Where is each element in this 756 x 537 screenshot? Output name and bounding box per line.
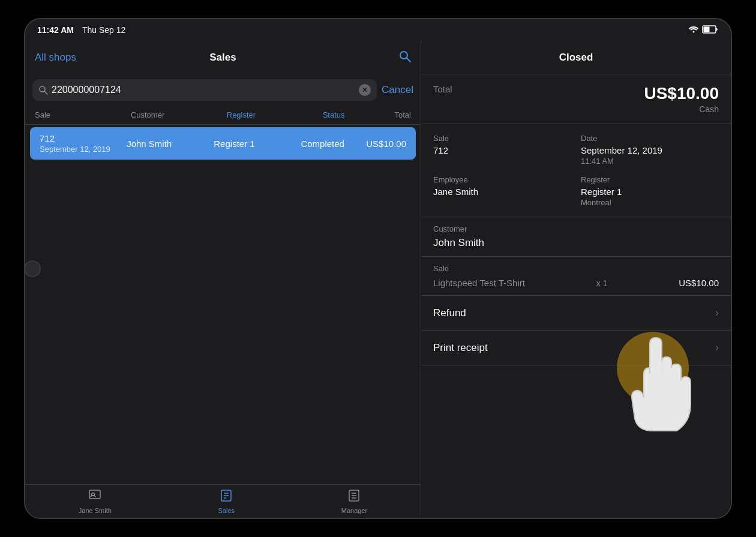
employee-key: Employee	[433, 175, 571, 184]
search-input-wrapper: ✕	[32, 79, 377, 101]
status-bar: 11:42 AM Thu Sep 12	[25, 19, 731, 41]
left-panel: All shops Sales ✕	[25, 41, 421, 518]
status-icons	[689, 25, 719, 35]
register-key: Register	[581, 175, 719, 184]
table-header: Sale Customer Register Status Total	[25, 106, 421, 125]
nav-manager-label: Manager	[341, 507, 367, 514]
cancel-button[interactable]: Cancel	[382, 84, 413, 96]
sale-items-section: Sale Lightspeed Test T-Shirt x 1 US$10.0…	[421, 257, 731, 296]
date-time: 11:41 AM	[581, 157, 719, 166]
register-val: Register 1	[581, 187, 719, 197]
payment-method: Cash	[644, 104, 719, 114]
search-bar-container: ✕ Cancel	[25, 74, 421, 106]
row-register: Register 1	[214, 139, 301, 149]
sale-item-qty: x 1	[596, 278, 608, 288]
refund-chevron-icon: ›	[715, 307, 719, 319]
svg-line-6	[44, 91, 47, 94]
svg-point-3	[400, 52, 407, 59]
print-receipt-label: Print receipt	[433, 342, 488, 354]
search-button[interactable]	[399, 50, 411, 65]
wifi-icon	[689, 26, 698, 35]
sale-info-block: Sale 712	[433, 134, 571, 166]
total-label: Total	[433, 84, 452, 94]
col-sale-header: Sale	[35, 110, 131, 119]
col-status-header: Status	[323, 110, 395, 119]
print-receipt-chevron-icon: ›	[715, 341, 719, 354]
col-register-header: Register	[227, 110, 323, 119]
register-info-block: Register Register 1 Montreal	[581, 175, 719, 207]
total-value: US$10.00	[644, 84, 719, 103]
date-info-block: Date September 12, 2019 11:41 AM	[581, 134, 719, 166]
col-customer-header: Customer	[131, 110, 227, 119]
nav-sales-label: Sales	[218, 507, 235, 514]
all-shops-button[interactable]: All shops	[35, 52, 76, 64]
row-total: US$10.00	[366, 139, 406, 149]
ipad-frame: 11:42 AM Thu Sep 12	[24, 18, 732, 519]
row-status: Completed	[301, 139, 366, 149]
nav-item-manager[interactable]: Manager	[341, 489, 367, 514]
sale-item-name: Lightspeed Test T-Shirt	[433, 278, 525, 288]
print-receipt-row[interactable]: Print receipt ›	[421, 331, 731, 365]
bottom-nav: Jane Smith Sales	[25, 484, 421, 518]
battery-icon	[702, 25, 719, 35]
table-row[interactable]: 712 September 12, 2019 John Smith Regist…	[30, 127, 416, 160]
date-val: September 12, 2019	[581, 145, 719, 155]
status-date: Thu Sep 12	[82, 25, 125, 35]
col-total-header: Total	[395, 110, 411, 119]
refund-label: Refund	[433, 307, 466, 319]
sale-date: September 12, 2019	[40, 145, 127, 154]
refund-row[interactable]: Refund ›	[421, 296, 731, 331]
svg-line-4	[407, 58, 410, 62]
left-panel-title: Sales	[209, 52, 236, 64]
nav-employee-label: Jane Smith	[79, 507, 112, 514]
home-button[interactable]	[24, 260, 41, 277]
svg-rect-2	[704, 26, 710, 32]
nav-item-employee[interactable]: Jane Smith	[79, 489, 112, 514]
employee-info-block: Employee Jane Smith	[433, 175, 571, 207]
main-content: All shops Sales ✕	[25, 41, 731, 518]
customer-section: Customer John Smith	[421, 217, 731, 257]
sale-number: 712	[40, 133, 127, 143]
register-location: Montreal	[581, 198, 719, 207]
row-customer: John Smith	[127, 139, 214, 149]
search-small-icon	[38, 85, 48, 95]
status-time: 11:42 AM	[37, 25, 74, 35]
nav-item-sales[interactable]: Sales	[218, 489, 235, 514]
sale-val: 712	[433, 145, 571, 155]
right-panel: Closed Total US$10.00 Cash Sale 712 Date…	[421, 41, 731, 518]
search-input[interactable]	[52, 85, 355, 95]
customer-val: John Smith	[433, 237, 719, 249]
sale-key: Sale	[433, 134, 571, 143]
svg-point-0	[693, 31, 695, 32]
search-clear-button[interactable]: ✕	[359, 84, 371, 96]
right-header: Closed	[421, 41, 731, 74]
total-section: Total US$10.00 Cash	[421, 74, 731, 124]
employee-val: Jane Smith	[433, 187, 571, 197]
date-key: Date	[581, 134, 719, 143]
sale-item-row: Lightspeed Test T-Shirt x 1 US$10.00	[433, 278, 719, 288]
info-grid: Sale 712 Date September 12, 2019 11:41 A…	[421, 124, 731, 217]
sales-icon	[220, 489, 233, 505]
closed-label: Closed	[559, 52, 593, 64]
left-header: All shops Sales	[25, 41, 421, 74]
employee-icon	[88, 489, 101, 505]
sale-item-price: US$10.00	[679, 278, 719, 288]
manager-icon	[347, 489, 361, 505]
sale-items-key: Sale	[433, 264, 719, 273]
customer-key: Customer	[433, 224, 719, 233]
sale-info: 712 September 12, 2019	[40, 133, 127, 154]
